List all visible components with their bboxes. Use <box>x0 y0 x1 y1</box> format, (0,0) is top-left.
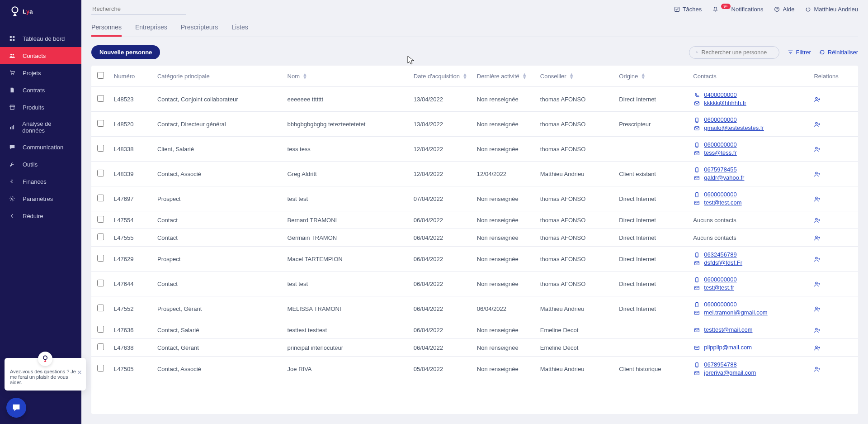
email-link[interactable]: mel.tramoni@gmail.com <box>693 309 805 316</box>
email-link[interactable]: joreriva@gmail.com <box>693 369 805 376</box>
phone-link[interactable]: 0600000000 <box>693 301 805 308</box>
tab-prescripteurs[interactable]: Prescripteurs <box>181 18 218 37</box>
row-checkbox[interactable] <box>97 216 104 223</box>
add-relation-icon[interactable] <box>814 255 821 262</box>
sidebar-item-dashboard[interactable]: Tableau de bord <box>0 30 81 47</box>
sidebar-item-collapse[interactable]: Réduire <box>0 207 81 224</box>
chat-fab[interactable] <box>6 398 26 418</box>
add-relation-icon[interactable] <box>814 95 821 103</box>
table-row[interactable]: L48523Contact, Conjoint collaborateureee… <box>91 87 858 112</box>
row-checkbox[interactable] <box>97 120 104 127</box>
sidebar-item-finances[interactable]: €Finances <box>0 173 81 190</box>
table-row[interactable]: L48520Contact, Directeur généralbbbgbgbg… <box>91 112 858 137</box>
cell-numero: L47644 <box>109 272 153 296</box>
email-link[interactable]: testtest@mail.com <box>693 326 805 333</box>
email-link[interactable]: tess@tess.fr <box>693 149 805 157</box>
row-checkbox[interactable] <box>97 195 104 201</box>
email-link[interactable]: dsfdsf@fdsf.Fr <box>693 259 805 267</box>
tasks-link[interactable]: Tâches <box>674 6 702 13</box>
phone-link[interactable]: 0632456789 <box>693 251 805 258</box>
email-link[interactable]: test@test.fr <box>693 284 805 291</box>
row-checkbox[interactable] <box>97 280 104 286</box>
add-relation-icon[interactable] <box>814 120 821 128</box>
global-search[interactable] <box>91 4 186 14</box>
add-relation-icon[interactable] <box>814 195 821 202</box>
table-row[interactable]: L47555ContactGermain TRAMON06/04/2022Non… <box>91 229 858 247</box>
filter-button[interactable]: Filtrer <box>788 49 811 56</box>
row-checkbox[interactable] <box>97 233 104 240</box>
add-relation-icon[interactable] <box>814 170 821 177</box>
sort-icon: ▲▼ <box>641 73 646 79</box>
email-link[interactable]: test@test.com <box>693 199 805 206</box>
global-search-input[interactable] <box>91 4 186 14</box>
table-row[interactable]: L47505Contact, AssociéJoe RIVA05/04/2022… <box>91 357 858 381</box>
phone-link[interactable]: 0600000000 <box>693 141 805 148</box>
row-checkbox[interactable] <box>97 343 104 350</box>
col-numero[interactable]: Numéro <box>109 66 153 87</box>
email-link[interactable]: plipplip@mail.com <box>693 344 805 351</box>
email-link[interactable]: galdr@yahoo.fr <box>693 174 805 181</box>
phone-link[interactable]: 0600000000 <box>693 191 805 198</box>
row-checkbox[interactable] <box>97 305 104 311</box>
add-relation-icon[interactable] <box>814 280 821 287</box>
table-row[interactable]: L48338Client, Salariétess tess12/04/2022… <box>91 137 858 162</box>
table-row[interactable]: L47638Contact, Gérantprincipal interlocu… <box>91 339 858 357</box>
tab-entreprises[interactable]: Entreprises <box>135 18 167 37</box>
table-row[interactable]: L47644Contacttest test06/04/2022Non rens… <box>91 272 858 296</box>
help-close-icon[interactable]: ✕ <box>77 369 82 376</box>
reset-button[interactable]: Réinitialiser <box>819 49 858 56</box>
phone-link[interactable]: 0600000000 <box>693 276 805 283</box>
sidebar-item-settings[interactable]: Paramètres <box>0 190 81 207</box>
table-row[interactable]: L47554ContactBernard TRAMONI06/04/2022No… <box>91 211 858 229</box>
cell-conseiller: thomas AFONSO <box>536 229 614 247</box>
phone-link[interactable]: 0678954788 <box>693 361 805 368</box>
sidebar-item-projects[interactable]: Projets <box>0 64 81 81</box>
row-checkbox[interactable] <box>97 326 104 333</box>
new-person-button[interactable]: Nouvelle personne <box>91 45 160 59</box>
cell-numero: L47636 <box>109 321 153 339</box>
add-relation-icon[interactable] <box>814 216 821 224</box>
add-relation-icon[interactable] <box>814 305 821 312</box>
notifications-link[interactable]: 9+ Notifications <box>712 6 763 13</box>
add-relation-icon[interactable] <box>814 343 821 351</box>
sidebar-item-analytics[interactable]: Analyse de données <box>0 116 81 138</box>
table-row[interactable]: L47697Prospecttest test07/04/2022Non ren… <box>91 186 858 211</box>
col-origine[interactable]: Origine▲▼ <box>614 66 689 87</box>
col-conseiller[interactable]: Conseiller▲▼ <box>536 66 614 87</box>
col-acquisition[interactable]: Date d'acquisition▲▼ <box>409 66 472 87</box>
phone-link[interactable]: 0600000000 <box>693 116 805 124</box>
col-activite[interactable]: Dernière activité▲▼ <box>472 66 536 87</box>
sidebar-item-contacts[interactable]: Contacts <box>0 47 81 64</box>
cell-origine: Prescripteur <box>614 112 689 137</box>
row-checkbox[interactable] <box>97 170 104 176</box>
col-nom[interactable]: Nom▲▼ <box>283 66 409 87</box>
table-search[interactable] <box>689 46 779 59</box>
add-relation-icon[interactable] <box>814 326 821 333</box>
table-search-input[interactable] <box>702 49 773 56</box>
select-all-checkbox[interactable] <box>97 72 104 79</box>
sidebar-item-contracts[interactable]: Contrats <box>0 81 81 99</box>
row-checkbox[interactable] <box>97 95 104 102</box>
table-row[interactable]: L47636Contact, Salariétesttest testtest0… <box>91 321 858 339</box>
add-relation-icon[interactable] <box>814 365 821 372</box>
tab-personnes[interactable]: Personnes <box>91 18 122 37</box>
tab-listes[interactable]: Listes <box>231 18 248 37</box>
help-link[interactable]: Aide <box>774 6 794 13</box>
sidebar-item-communication[interactable]: Communication <box>0 138 81 156</box>
table-row[interactable]: L47552Prospect, GérantMELISSA TRAMONI06/… <box>91 296 858 321</box>
add-relation-icon[interactable] <box>814 145 821 152</box>
email-link[interactable]: kkkkk@hhhhh.fr <box>693 100 805 107</box>
add-relation-icon[interactable] <box>814 233 821 241</box>
sidebar-item-products[interactable]: Produits <box>0 99 81 116</box>
phone-link[interactable]: 0675978455 <box>693 166 805 173</box>
row-checkbox[interactable] <box>97 255 104 262</box>
email-link[interactable]: gmailo@testestestes.fr <box>693 124 805 132</box>
phone-link[interactable]: 0400000000 <box>693 91 805 99</box>
row-checkbox[interactable] <box>97 365 104 372</box>
table-row[interactable]: L47629ProspectMacel TARTEMPION06/04/2022… <box>91 247 858 272</box>
table-row[interactable]: L48339Contact, AssociéGreg Aldritt12/04/… <box>91 162 858 186</box>
row-checkbox[interactable] <box>97 145 104 152</box>
col-categorie[interactable]: Catégorie principale <box>153 66 283 87</box>
user-menu[interactable]: Matthieu Andrieu <box>805 6 858 13</box>
sidebar-item-tools[interactable]: Outils <box>0 156 81 173</box>
